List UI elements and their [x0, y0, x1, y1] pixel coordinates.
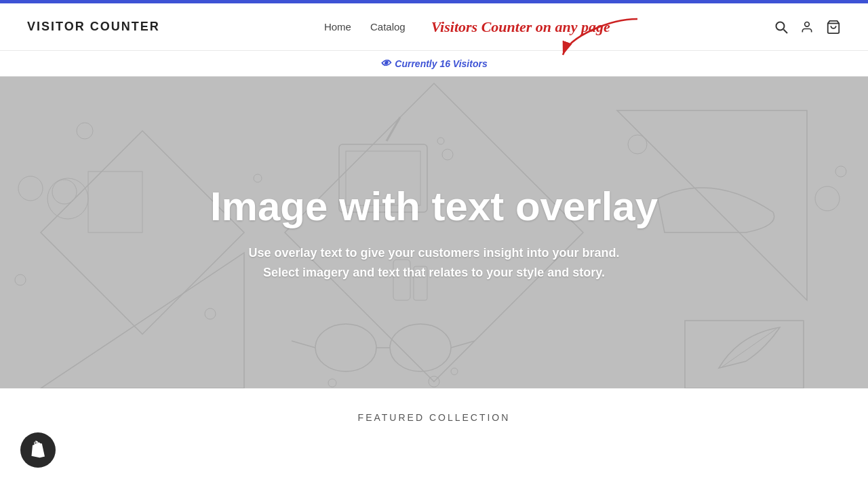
svg-point-10: [77, 123, 93, 139]
hero-section: Image with text overlay Use overlay text…: [0, 77, 868, 388]
svg-point-9: [18, 176, 43, 201]
hero-content: Image with text overlay Use overlay text…: [183, 183, 685, 283]
svg-point-8: [52, 180, 77, 204]
svg-line-30: [292, 341, 315, 348]
svg-point-25: [835, 166, 846, 177]
svg-point-21: [437, 138, 444, 144]
eye-icon: 👁: [380, 58, 391, 69]
hero-subtitle-line2: Select imagery and text that relates to …: [210, 263, 658, 283]
svg-point-11: [205, 308, 216, 319]
svg-rect-6: [88, 171, 142, 232]
nav-home[interactable]: Home: [324, 21, 351, 33]
svg-point-7: [47, 178, 88, 219]
svg-point-13: [254, 174, 262, 182]
svg-point-27: [315, 324, 376, 371]
main-nav: Home Catalog Visitors Counter on any pag…: [160, 18, 774, 36]
svg-point-24: [815, 186, 840, 211]
login-icon[interactable]: [800, 20, 814, 34]
svg-point-34: [328, 379, 336, 387]
svg-rect-35: [685, 321, 804, 388]
visitor-counter: 👁 Currently 16 Visitors: [380, 58, 487, 69]
hero-title: Image with text overlay: [210, 183, 658, 230]
site-logo: VISITOR COUNTER: [27, 20, 160, 34]
svg-point-20: [442, 149, 453, 160]
shopify-icon: [28, 441, 47, 460]
svg-line-36: [722, 329, 776, 367]
search-icon[interactable]: [774, 20, 788, 34]
cart-icon[interactable]: [826, 20, 841, 35]
arrow-annotation: [556, 16, 644, 60]
svg-point-12: [15, 274, 26, 285]
svg-point-23: [628, 135, 647, 154]
svg-line-1: [784, 29, 788, 33]
featured-collection-label: FEATURED COLLECTION: [358, 412, 511, 423]
svg-point-0: [776, 22, 785, 30]
shopify-badge[interactable]: [20, 432, 56, 468]
bottom-section: FEATURED COLLECTION: [0, 388, 868, 446]
svg-point-28: [390, 324, 451, 371]
visitor-count-text: Currently 16 Visitors: [395, 58, 487, 69]
hero-subtitle-line1: Use overlay text to give your customers …: [210, 243, 658, 263]
svg-point-2: [805, 22, 810, 26]
site-header: VISITOR COUNTER Home Catalog Visitors Co…: [0, 3, 868, 51]
visitor-bar: 👁 Currently 16 Visitors: [0, 51, 868, 77]
svg-point-33: [451, 368, 458, 375]
nav-catalog[interactable]: Catalog: [370, 21, 406, 33]
header-icons: [774, 20, 841, 35]
